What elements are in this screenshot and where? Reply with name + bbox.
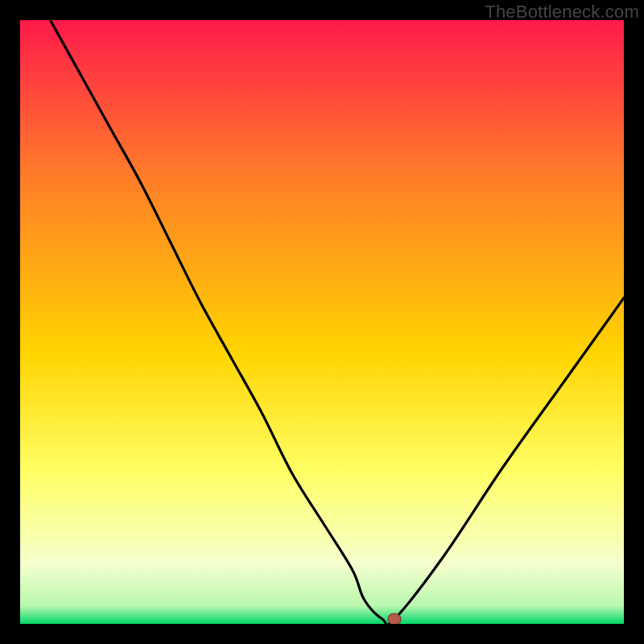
bottleneck-curve <box>51 20 625 624</box>
chart-frame: { "watermark": "TheBottleneck.com", "col… <box>0 0 644 644</box>
curve-layer <box>20 20 624 624</box>
plot-area <box>20 20 624 624</box>
watermark-text: TheBottleneck.com <box>485 2 639 23</box>
optimum-marker <box>388 613 401 624</box>
